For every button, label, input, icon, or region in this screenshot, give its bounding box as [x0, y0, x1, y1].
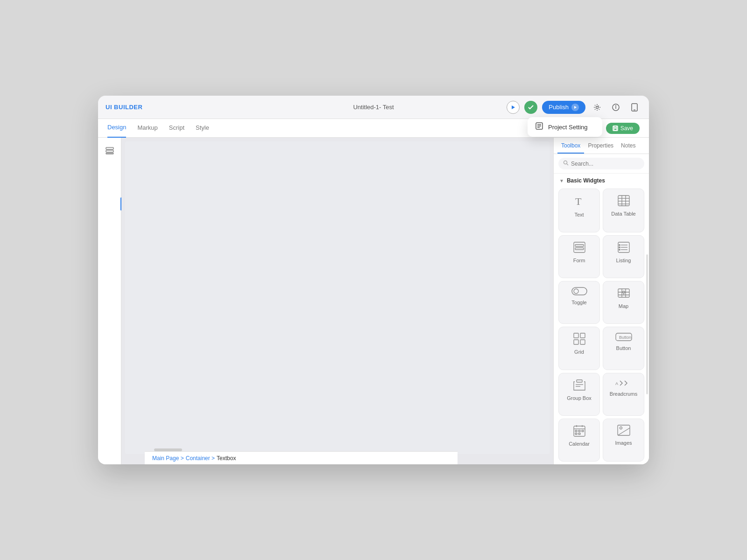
play-button[interactable] [507, 101, 520, 114]
publish-arrow-icon [571, 104, 579, 111]
svg-rect-21 [618, 196, 629, 206]
header: UI BUILDER Untitled-1- Test Publish [98, 96, 649, 119]
rpanel-tab-properties[interactable]: Properties [584, 138, 617, 154]
button-widget-icon: Button [615, 333, 632, 343]
section-header: ▼ Basic Widgtes [554, 174, 649, 186]
save-button[interactable]: Save [606, 123, 640, 134]
document-title: Untitled-1- Test [353, 104, 394, 111]
svg-rect-14 [614, 128, 617, 130]
form-widget-icon [573, 241, 586, 255]
widget-calendar[interactable]: Calendar [558, 419, 600, 462]
svg-point-5 [616, 105, 616, 106]
right-panel: Toolbox Properties Notes [553, 138, 649, 464]
text-widget-icon: T [573, 195, 586, 209]
canvas-area[interactable]: Main Page > Container > Textbox [121, 138, 553, 464]
right-panel-tabs: Toolbox Properties Notes [554, 138, 649, 154]
widget-form[interactable]: Form [558, 235, 600, 278]
widget-breadcrums[interactable]: A Breadcrums [603, 373, 644, 416]
widget-text[interactable]: T Text [558, 189, 600, 232]
widget-toggle-label: Toggle [571, 300, 586, 305]
svg-rect-57 [582, 430, 584, 432]
svg-marker-0 [512, 105, 515, 109]
tab-design[interactable]: Design [107, 119, 126, 138]
mobile-view-button[interactable] [627, 100, 641, 114]
svg-point-18 [564, 161, 567, 164]
widget-breadcrums-label: Breadcrums [610, 391, 637, 397]
grid-widget-icon [573, 333, 585, 346]
breadcrumb-bar: Main Page > Container > Textbox [145, 451, 458, 464]
svg-line-63 [618, 425, 630, 435]
app-window: UI BUILDER Untitled-1- Test Publish [98, 96, 649, 464]
tabs-left: Design Markup Script Style [107, 119, 209, 138]
widget-group-box[interactable]: Group Box [558, 373, 600, 416]
widget-text-label: Text [574, 212, 584, 217]
widget-button-label: Button [616, 345, 631, 351]
widget-listing-label: Listing [616, 258, 631, 263]
svg-rect-43 [574, 340, 578, 344]
widget-images[interactable]: Images [603, 419, 644, 462]
listing-widget-icon [617, 241, 630, 255]
svg-marker-1 [574, 106, 577, 109]
svg-point-2 [596, 106, 599, 108]
widget-button[interactable]: Button Button [603, 327, 644, 370]
svg-point-34 [619, 245, 620, 245]
svg-rect-27 [574, 242, 585, 252]
widget-grid-label: Grid [574, 349, 584, 355]
search-input-wrap [558, 158, 644, 169]
svg-rect-41 [574, 333, 578, 338]
svg-rect-28 [575, 245, 584, 246]
breadcrumb-current: Textbox [217, 455, 236, 462]
right-panel-scrollbar[interactable] [646, 254, 648, 394]
svg-line-61 [618, 428, 630, 435]
settings-button[interactable] [590, 100, 604, 114]
svg-line-19 [567, 164, 568, 165]
rpanel-tab-toolbox[interactable]: Toolbox [557, 138, 584, 154]
project-setting-dropdown[interactable]: Project Setting [528, 117, 602, 137]
widget-toggle[interactable]: Toggle [558, 281, 600, 324]
svg-point-36 [619, 249, 620, 250]
widget-calendar-label: Calendar [569, 441, 590, 447]
svg-rect-60 [618, 425, 630, 435]
tab-markup[interactable]: Markup [137, 119, 157, 138]
svg-rect-13 [614, 126, 617, 127]
svg-rect-55 [575, 430, 577, 432]
publish-button[interactable]: Publish [542, 101, 585, 114]
collapse-icon[interactable]: ▼ [559, 178, 564, 183]
breadcrumb-main[interactable]: Main Page > [152, 455, 184, 462]
search-input[interactable] [571, 161, 640, 167]
app-logo: UI BUILDER [106, 104, 142, 111]
widget-listing[interactable]: Listing [603, 235, 644, 278]
svg-rect-17 [106, 153, 113, 154]
search-bar [554, 154, 649, 174]
main-content: Main Page > Container > Textbox Toolbox … [98, 138, 649, 464]
widget-data-table-label: Data Table [611, 211, 635, 217]
svg-rect-29 [575, 248, 584, 250]
canvas-inner [125, 141, 550, 454]
svg-text:Button: Button [619, 335, 631, 340]
svg-rect-44 [580, 340, 585, 344]
header-right: Publish [507, 100, 641, 114]
sidebar-layers-button[interactable] [102, 143, 117, 158]
svg-rect-59 [578, 433, 580, 434]
svg-rect-42 [580, 333, 585, 338]
tab-style[interactable]: Style [196, 119, 209, 138]
widget-images-label: Images [615, 440, 632, 446]
rpanel-tab-notes[interactable]: Notes [617, 138, 639, 154]
breadcrums-widget-icon: A [615, 379, 632, 388]
search-icon [563, 160, 569, 167]
left-sidebar [98, 138, 121, 464]
svg-rect-58 [575, 433, 577, 434]
svg-point-38 [574, 289, 578, 294]
header-left: UI BUILDER [106, 104, 142, 111]
widget-map[interactable]: Map [603, 281, 644, 324]
svg-point-35 [619, 247, 620, 248]
widget-data-table[interactable]: Data Table [603, 189, 644, 232]
info-button[interactable] [609, 100, 623, 114]
breadcrumb-container[interactable]: Container > [186, 455, 215, 462]
check-button[interactable] [524, 101, 537, 114]
widget-grid[interactable]: Grid [558, 327, 600, 370]
tab-script[interactable]: Script [169, 119, 184, 138]
svg-rect-47 [577, 380, 582, 382]
group-box-widget-icon [573, 379, 586, 392]
widget-form-label: Form [573, 258, 585, 263]
